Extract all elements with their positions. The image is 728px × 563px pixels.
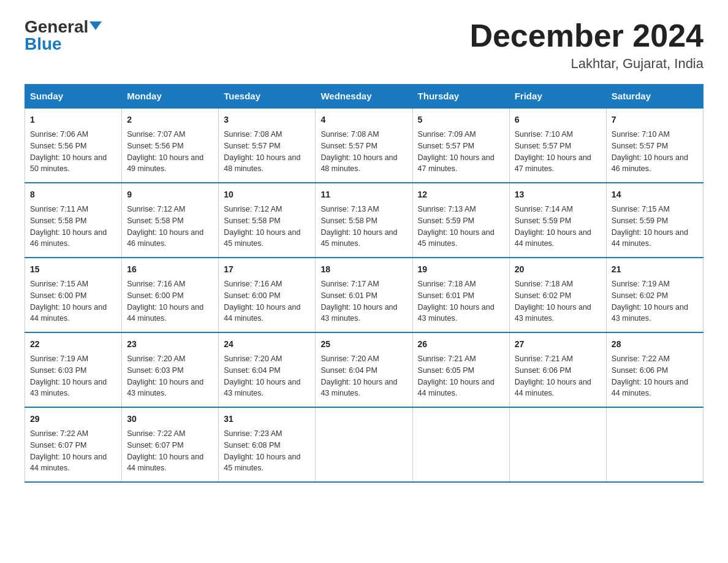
daylight-text: Daylight: 10 hours and 44 minutes. [612,378,688,398]
calendar-cell [412,407,509,482]
calendar-week-row: 29Sunrise: 7:22 AMSunset: 6:07 PMDayligh… [25,407,703,482]
calendar-cell: 30Sunrise: 7:22 AMSunset: 6:07 PMDayligh… [122,407,219,482]
sunrise-text: Sunrise: 7:09 AM [418,130,476,139]
sunrise-text: Sunrise: 7:17 AM [320,280,379,288]
daylight-text: Daylight: 10 hours and 44 minutes. [515,378,591,398]
daylight-text: Daylight: 10 hours and 48 minutes. [320,153,397,174]
daylight-text: Daylight: 10 hours and 44 minutes. [224,303,300,323]
sunset-text: Sunset: 6:02 PM [612,291,668,300]
calendar-cell: 14Sunrise: 7:15 AMSunset: 5:59 PMDayligh… [606,183,703,258]
day-number: 27 [515,338,601,351]
day-number: 6 [515,113,601,126]
sunset-text: Sunset: 5:58 PM [224,216,280,225]
calendar-cell: 25Sunrise: 7:20 AMSunset: 6:04 PMDayligh… [316,332,412,407]
daylight-text: Daylight: 10 hours and 43 minutes. [30,378,107,398]
month-title: December 2024 [469,18,703,53]
sunrise-text: Sunrise: 7:14 AM [515,205,573,213]
day-number: 8 [30,188,116,201]
sunset-text: Sunset: 5:59 PM [612,216,668,225]
sunset-text: Sunset: 6:03 PM [127,366,183,375]
sunrise-text: Sunrise: 7:07 AM [127,130,185,139]
calendar-cell: 4Sunrise: 7:08 AMSunset: 5:57 PMDaylight… [316,108,412,183]
calendar-cell: 6Sunrise: 7:10 AMSunset: 5:57 PMDaylight… [509,108,606,183]
sunset-text: Sunset: 5:57 PM [612,142,668,150]
day-number: 15 [30,263,116,276]
header-saturday: Saturday [606,85,703,109]
day-number: 19 [418,263,504,276]
day-number: 4 [320,113,407,126]
day-number: 31 [224,413,310,426]
sunrise-text: Sunrise: 7:15 AM [30,280,88,288]
sunset-text: Sunset: 5:57 PM [515,142,571,150]
sunset-text: Sunset: 5:56 PM [127,142,183,150]
sunrise-text: Sunrise: 7:22 AM [612,354,670,363]
location-title: Lakhtar, Gujarat, India [469,56,703,72]
day-number: 17 [224,263,310,276]
calendar-cell: 24Sunrise: 7:20 AMSunset: 6:04 PMDayligh… [219,332,316,407]
calendar-cell [316,407,412,482]
sunrise-text: Sunrise: 7:15 AM [612,205,670,213]
header-thursday: Thursday [412,85,509,109]
calendar-cell: 19Sunrise: 7:18 AMSunset: 6:01 PMDayligh… [412,258,509,332]
daylight-text: Daylight: 10 hours and 44 minutes. [127,303,203,323]
sunset-text: Sunset: 6:01 PM [418,291,474,300]
calendar-cell: 22Sunrise: 7:19 AMSunset: 6:03 PMDayligh… [25,332,122,407]
header-sunday: Sunday [25,85,122,109]
sunset-text: Sunset: 6:05 PM [418,366,474,375]
daylight-text: Daylight: 10 hours and 47 minutes. [515,153,591,174]
sunset-text: Sunset: 6:06 PM [515,366,571,375]
calendar-cell: 31Sunrise: 7:23 AMSunset: 6:08 PMDayligh… [219,407,316,482]
day-number: 25 [320,338,407,351]
sunrise-text: Sunrise: 7:20 AM [127,354,185,363]
sunrise-text: Sunrise: 7:11 AM [30,205,88,213]
calendar-cell: 28Sunrise: 7:22 AMSunset: 6:06 PMDayligh… [606,332,703,407]
daylight-text: Daylight: 10 hours and 44 minutes. [515,228,591,248]
calendar-cell: 3Sunrise: 7:08 AMSunset: 5:57 PMDaylight… [219,108,316,183]
daylight-text: Daylight: 10 hours and 45 minutes. [418,228,495,248]
logo-blue-text: Blue [25,36,62,53]
day-number: 1 [30,113,116,126]
daylight-text: Daylight: 10 hours and 46 minutes. [612,153,688,174]
daylight-text: Daylight: 10 hours and 45 minutes. [320,228,397,248]
day-number: 5 [418,113,504,126]
daylight-text: Daylight: 10 hours and 43 minutes. [127,378,203,398]
calendar-cell: 1Sunrise: 7:06 AMSunset: 5:56 PMDaylight… [25,108,122,183]
daylight-text: Daylight: 10 hours and 46 minutes. [30,228,107,248]
sunset-text: Sunset: 6:01 PM [320,291,377,300]
sunset-text: Sunset: 5:57 PM [320,142,377,150]
day-number: 9 [127,188,213,201]
sunset-text: Sunset: 6:04 PM [320,366,377,375]
day-number: 3 [224,113,310,126]
day-number: 16 [127,263,213,276]
calendar-cell: 13Sunrise: 7:14 AMSunset: 5:59 PMDayligh… [509,183,606,258]
day-number: 13 [515,188,601,201]
sunset-text: Sunset: 6:03 PM [30,366,86,375]
daylight-text: Daylight: 10 hours and 43 minutes. [224,378,300,398]
sunrise-text: Sunrise: 7:23 AM [224,429,282,438]
day-number: 21 [612,263,698,276]
day-number: 10 [224,188,310,201]
calendar-cell: 15Sunrise: 7:15 AMSunset: 6:00 PMDayligh… [25,258,122,332]
sunset-text: Sunset: 6:02 PM [515,291,571,300]
daylight-text: Daylight: 10 hours and 43 minutes. [320,378,397,398]
sunset-text: Sunset: 5:59 PM [515,216,571,225]
sunset-text: Sunset: 5:56 PM [30,142,86,150]
daylight-text: Daylight: 10 hours and 46 minutes. [127,228,203,248]
calendar-cell: 18Sunrise: 7:17 AMSunset: 6:01 PMDayligh… [316,258,412,332]
sunrise-text: Sunrise: 7:18 AM [515,280,573,288]
daylight-text: Daylight: 10 hours and 44 minutes. [612,228,688,248]
day-number: 22 [30,338,116,351]
daylight-text: Daylight: 10 hours and 48 minutes. [224,153,300,174]
sunrise-text: Sunrise: 7:22 AM [30,429,88,438]
calendar-cell [509,407,606,482]
sunset-text: Sunset: 6:07 PM [30,441,86,450]
logo-triangle-icon [89,21,102,30]
day-number: 23 [127,338,213,351]
daylight-text: Daylight: 10 hours and 43 minutes. [418,303,495,323]
calendar-week-row: 8Sunrise: 7:11 AMSunset: 5:58 PMDaylight… [25,183,703,258]
sunrise-text: Sunrise: 7:06 AM [30,130,88,139]
calendar-cell: 20Sunrise: 7:18 AMSunset: 6:02 PMDayligh… [509,258,606,332]
header-monday: Monday [122,85,219,109]
logo: General Blue [25,18,102,53]
title-block: December 2024 Lakhtar, Gujarat, India [469,18,703,72]
